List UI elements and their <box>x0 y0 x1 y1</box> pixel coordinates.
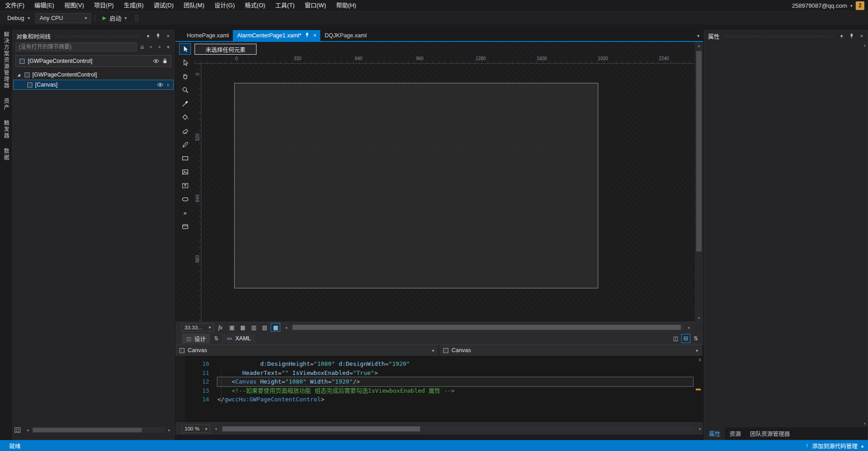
scrollbar-thumb[interactable] <box>222 426 420 431</box>
tree-item-gwpagecontentcontrol[interactable]: ◢ [GWPageContentControl] <box>13 70 174 80</box>
lock-icon[interactable] <box>163 58 167 64</box>
document-tab[interactable]: AlarmCenterPage1.xaml*× <box>233 30 320 41</box>
paint-bucket-tool[interactable] <box>179 112 191 123</box>
configuration-dropdown[interactable]: Debug ▾ <box>4 13 34 23</box>
menu-item[interactable]: 编辑(E) <box>30 0 59 11</box>
horizontal-scrollbar[interactable] <box>221 426 693 432</box>
eye-icon[interactable] <box>157 82 164 87</box>
menu-item[interactable]: 团队(M) <box>179 0 210 11</box>
chevron-down-icon[interactable]: ▾ <box>696 348 698 353</box>
avatar[interactable]: 2 <box>856 1 864 10</box>
activity-bar-tab[interactable]: 数据 <box>2 148 10 161</box>
tab-list-chevron-icon[interactable]: ▾ <box>697 33 699 38</box>
document-tab[interactable]: HomePage.xaml <box>183 30 233 41</box>
add-storyboard-icon[interactable]: + <box>156 44 163 50</box>
menu-item[interactable]: 格式(O) <box>240 0 270 11</box>
panel-bottom-tab[interactable]: 资源 <box>725 427 745 440</box>
chevron-down-icon[interactable]: ▾ <box>432 348 434 353</box>
vertical-scrollbar[interactable]: ▴ ▾ <box>862 41 868 427</box>
code-line[interactable]: 11 HeaderText="" IsViewboxEnabled="True"… <box>175 369 703 378</box>
start-debug-button[interactable]: ▶ 启动 ▾ <box>99 13 131 23</box>
close-icon[interactable]: × <box>858 33 865 39</box>
toolbar-overflow-grip[interactable] <box>135 15 139 22</box>
code-line[interactable]: 14</gwccHu:GWPageContentControl> <box>175 395 703 404</box>
splitter-icon[interactable]: ↕ <box>698 357 701 363</box>
code-line[interactable]: 12 <Canvas Height="1080" Width="1920"/> <box>175 377 703 386</box>
panel-bottom-tab[interactable]: 团队资源管理器 <box>745 427 795 440</box>
annotations-button[interactable]: ▧ <box>260 323 269 332</box>
panel-grip[interactable] <box>724 35 834 37</box>
scroll-right-icon[interactable]: ▸ <box>166 428 172 432</box>
menu-item[interactable]: 生成(B) <box>119 0 149 11</box>
source-control-area[interactable]: ↑ 添加到源代码管理 ▴ <box>806 441 868 450</box>
scroll-left-icon[interactable]: ◂ <box>25 428 31 432</box>
menu-item[interactable]: 工具(T) <box>270 0 300 11</box>
dock-icon[interactable] <box>15 427 21 433</box>
show-grid-button[interactable]: ▦ <box>227 323 236 332</box>
breadcrumb-left[interactable]: Canvas ▾ <box>175 345 439 356</box>
panel-tool[interactable] <box>179 221 191 232</box>
scroll-right-icon[interactable]: ▸ <box>697 426 703 431</box>
menu-item[interactable]: 帮助(H) <box>331 0 361 11</box>
swap-views-icon[interactable]: ⇅ <box>211 335 221 342</box>
code-line[interactable]: 10 d:DesignHeight="1080" d:DesignWidth="… <box>175 359 703 369</box>
menu-item[interactable]: 文件(F) <box>0 0 30 11</box>
scope-row[interactable]: [GWPageContentControl] <box>15 55 171 67</box>
text-tool[interactable] <box>179 180 191 191</box>
scroll-left-icon[interactable]: ◂ <box>283 325 289 330</box>
expander-icon[interactable]: ◢ <box>17 73 22 77</box>
scroll-up-icon[interactable]: ▴ <box>863 43 866 47</box>
close-icon[interactable]: × <box>313 32 316 39</box>
close-storyboard-icon[interactable]: × <box>148 44 154 50</box>
scrollbar-thumb[interactable] <box>33 428 142 432</box>
snap-to-grid-button[interactable]: ▩ <box>238 323 247 332</box>
rectangle-tool[interactable] <box>179 153 191 164</box>
panel-bottom-tab[interactable]: 属性 <box>704 427 725 440</box>
platform-dropdown[interactable]: Any CPU ▾ <box>36 13 91 23</box>
scroll-up-icon[interactable]: ▴ <box>698 42 700 49</box>
scroll-down-icon[interactable]: ▾ <box>863 421 866 426</box>
zoom-dropdown[interactable]: 33.33... ▾ <box>182 323 214 332</box>
account-email[interactable]: 258979087@qq.com <box>792 2 847 9</box>
editor-zoom-dropdown[interactable]: 100 % ▾ <box>182 425 210 433</box>
document-tab[interactable]: DQJKPage.xaml <box>320 30 370 41</box>
chevron-down-icon[interactable]: ▾ <box>838 33 845 39</box>
button-tool[interactable] <box>179 194 191 205</box>
horizontal-scrollbar[interactable] <box>292 324 683 330</box>
menu-item[interactable]: 设计(G) <box>210 0 240 11</box>
vertical-scrollbar[interactable]: ▴ ▾ <box>695 42 703 322</box>
tab-design-view[interactable]: ◫ 设计 <box>182 333 210 343</box>
more-tools[interactable]: » <box>179 207 191 219</box>
scroll-right-icon[interactable]: ▸ <box>686 325 692 330</box>
scroll-left-icon[interactable]: ◂ <box>213 426 219 431</box>
zoom-tool[interactable] <box>179 84 191 96</box>
xaml-code-editor[interactable]: 10 d:DesignHeight="1080" d:DesignWidth="… <box>175 356 703 422</box>
tree-item-canvas[interactable]: [Canvas] ○ <box>13 80 174 90</box>
scroll-down-icon[interactable]: ▾ <box>698 314 700 322</box>
split-horizontal-button[interactable]: ⊟ <box>681 334 690 343</box>
eye-icon[interactable] <box>153 59 159 63</box>
swap-panes-button[interactable]: ⇅ <box>691 334 700 343</box>
chevron-down-icon[interactable]: ▾ <box>165 44 171 50</box>
scrollbar-thumb[interactable] <box>293 325 681 330</box>
activity-bar-tab[interactable]: 资产 <box>2 98 10 111</box>
effects-button[interactable]: fx <box>216 324 224 331</box>
code-line[interactable]: 13 <!--如果要使用页面缩放功能 组态完成后需要勾选IsViewboxEna… <box>175 386 703 395</box>
scrollbar-thumb[interactable] <box>696 51 702 251</box>
menu-item[interactable]: 调试(D) <box>149 0 179 11</box>
breadcrumb-right[interactable]: Canvas ▾ <box>439 345 703 356</box>
design-surface[interactable]: 未选择任何元素 » 03206409601280160019202240 032… <box>175 42 703 322</box>
design-canvas[interactable] <box>234 83 598 288</box>
menu-item[interactable]: 视图(V) <box>59 0 89 11</box>
selection-tool[interactable] <box>179 43 191 55</box>
activity-bar-tab[interactable]: 解决方案资源管理器 <box>2 31 10 89</box>
eyedropper-tool[interactable] <box>179 98 191 109</box>
pin-icon[interactable] <box>848 33 855 39</box>
chevron-down-icon[interactable]: ▾ <box>145 33 151 39</box>
tab-xaml-view[interactable]: <> XAML <box>222 333 255 343</box>
chevron-up-icon[interactable]: ▴ <box>861 443 863 448</box>
menu-item[interactable]: 项目(P) <box>89 0 118 11</box>
panel-grip[interactable] <box>55 35 140 37</box>
storyboard-picker[interactable]: (没有打开的情节摘要) <box>15 42 137 51</box>
split-vertical-button[interactable]: ◫ <box>671 334 680 343</box>
